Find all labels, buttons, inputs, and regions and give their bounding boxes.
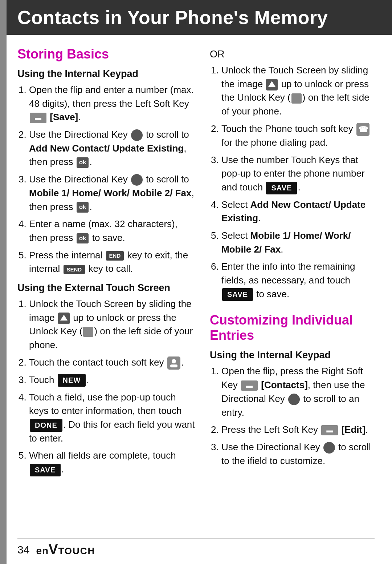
ok-key-icon: ok [77,233,89,244]
list-item: Enter a name (max. 32 characters), then … [29,217,195,245]
list-item: Unlock the Touch Screen by sliding the i… [29,297,195,352]
send-key-icon: SEND [64,265,85,274]
internal-keypad-heading-1: Using the Internal Keypad [17,68,195,80]
end-key-icon: END [106,251,124,261]
lock-key-icon [83,327,93,337]
internal-keypad-heading-2: Using the Internal Keypad [210,350,375,361]
ok-key-icon: ok [77,157,89,168]
page-title: Contacts in Your Phone's Memory [17,7,328,28]
list-item: Select Mobile 1/ Home/ Work/ Mobile 2/ F… [221,229,375,256]
footer-divider [17,538,375,539]
soft-key-icon: ▬ [30,113,46,123]
col-left: Storing Basics Using the Internal Keypad… [17,47,195,480]
ok-key-icon: ok [77,202,89,213]
soft-key-icon-3: ▬ [321,425,338,435]
list-item: Select Add New Contact/ Update Existing. [221,198,375,225]
arrow-up-icon-2 [266,79,278,90]
lock-key-icon-2 [291,93,302,104]
customize-internal-keypad-list: Open the flip, press the Right Soft Key … [210,364,375,468]
done-badge: DONE [30,419,62,432]
external-touch-list: Unlock the Touch Screen by sliding the i… [17,297,195,476]
arrow-up-icon [58,313,70,324]
or-text: OR [210,49,375,60]
logo-v: V [49,542,58,557]
list-item: When all fields are complete, touch SAVE… [29,449,195,476]
dir-key-icon-3 [323,442,335,454]
soft-key-icon-2: ▬ [241,380,258,391]
col-right: OR Unlock the Touch Screen by sliding th… [210,47,375,480]
customizing-entries-heading: Customizing Individual Entries [210,313,375,343]
list-item: Touch the contact touch soft key . [29,356,195,370]
list-item: Press the internal END key to exit, the … [29,249,195,276]
internal-keypad-list-1: Open the flip and enter a number (max. 4… [17,83,195,276]
contact-soft-key-icon [167,356,180,370]
footer: 34 enVTOUCH [0,542,392,557]
touch-screen-right-list: Unlock the Touch Screen by sliding the i… [210,64,375,301]
storing-basics-heading: Storing Basics [17,47,195,62]
list-item: Use the Directional Key to scroll to the… [221,440,375,468]
page-number: 34 [17,544,29,556]
list-item: Use the Directional Key to scroll to Mob… [29,173,195,214]
list-item: Touch the Phone touch soft key ☎ for the… [221,122,375,150]
title-bar: Contacts in Your Phone's Memory [0,0,392,35]
list-item: Press the Left Soft Key ▬ [Edit]. [221,423,375,437]
dir-key-icon [131,174,143,186]
save-badge-3: SAVE [222,288,253,301]
content-area: Storing Basics Using the Internal Keypad… [0,35,392,487]
footer-logo: enVTOUCH [36,542,95,557]
page-container: Contacts in Your Phone's Memory Storing … [0,0,392,564]
logo-touch: TOUCH [58,545,95,556]
list-item: Use the number Touch Keys that pop-up to… [221,153,375,194]
save-badge: SAVE [30,464,61,476]
svg-rect-4 [170,364,177,367]
list-item: Open the flip and enter a number (max. 4… [29,83,195,124]
gray-sidebar [0,0,7,564]
list-item: Touch NEW. [29,373,195,387]
svg-text:☎: ☎ [358,125,368,134]
list-item: Enter the info into the remaining fields… [221,260,375,301]
svg-point-3 [172,359,176,363]
dir-key-icon [131,129,143,141]
external-touch-heading: Using the External Touch Screen [17,282,195,294]
list-item: Use the Directional Key to scroll to Add… [29,128,195,169]
list-item: Open the flip, press the Right Soft Key … [221,364,375,419]
dir-key-icon-2 [288,394,300,405]
list-item: Unlock the Touch Screen by sliding the i… [221,64,375,118]
phone-soft-key-icon: ☎ [356,123,369,136]
new-badge: NEW [58,374,86,387]
logo-en: en [36,545,49,556]
list-item: Touch a field, use the pop-up touch keys… [29,391,195,446]
save-badge-2: SAVE [266,182,297,194]
